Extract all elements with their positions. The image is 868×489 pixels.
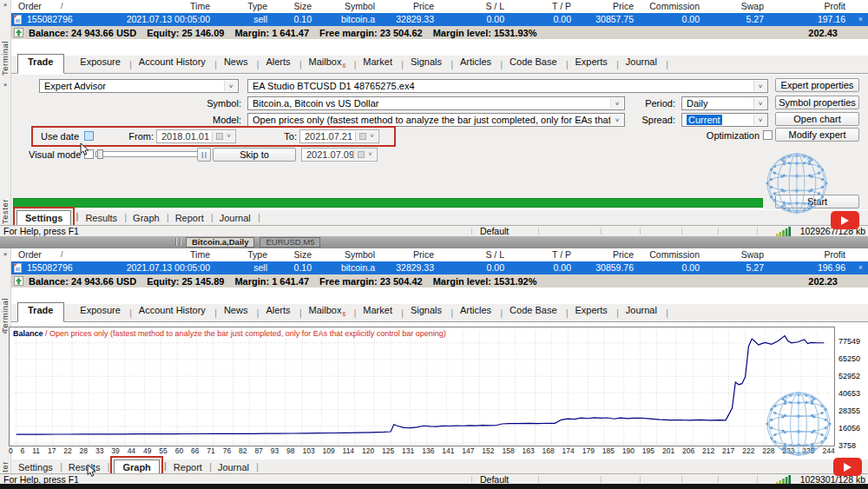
symbol-select[interactable]: Bitcoin.a, Bitcoin vs US Dollar˅ — [247, 96, 625, 110]
terminal-tab[interactable]: Market — [361, 55, 395, 73]
modify-expert-button[interactable]: Modify expert — [775, 128, 859, 142]
terminal-tab[interactable]: Articles — [458, 303, 494, 321]
terminal-tab[interactable]: Alerts — [264, 55, 293, 73]
tester-tab[interactable]: Journal — [216, 461, 251, 473]
optimization-checkbox[interactable] — [763, 130, 773, 140]
order-close-price: 30859.76 — [576, 261, 639, 274]
margin-level-value: Margin level: 1531.93% — [433, 28, 537, 38]
x-tick-label: 190 — [622, 446, 635, 455]
slider-handle[interactable] — [97, 149, 103, 159]
column-header[interactable]: Symbol — [317, 248, 380, 261]
expert-properties-button[interactable]: Expert properties — [775, 78, 859, 92]
column-header[interactable]: Size — [273, 0, 317, 13]
order-row[interactable]: 155082796 2021.07.13 00:05:00 sell 0.10 … — [11, 261, 868, 274]
column-header[interactable]: Price — [576, 0, 639, 13]
taskbar-edge — [0, 484, 868, 489]
column-header[interactable]: Price — [380, 248, 439, 261]
youtube-play-icon[interactable] — [833, 458, 862, 476]
column-header[interactable]: Type — [215, 0, 273, 13]
y-tick-label: 16056 — [838, 424, 860, 433]
y-axis-labels: 7754965250529524065328355160563758 — [838, 337, 860, 450]
column-header[interactable]: Size — [273, 248, 317, 261]
terminal-tab[interactable]: Exposure — [78, 55, 122, 73]
pause-button[interactable]: | | — [197, 148, 211, 162]
close-icon[interactable]: × — [1, 81, 10, 89]
youtube-play-icon[interactable] — [831, 211, 859, 229]
terminal-tab[interactable]: Experts — [574, 55, 610, 73]
connection-bars-icon — [776, 227, 792, 236]
column-header[interactable]: Symbol — [317, 0, 380, 13]
tester-tab[interactable]: Settings — [16, 210, 71, 226]
column-header[interactable]: T / P — [510, 248, 576, 261]
column-header[interactable]: Swap — [705, 0, 769, 13]
tester-tab[interactable]: Graph — [131, 212, 161, 224]
close-order-icon[interactable]: × — [851, 13, 868, 26]
column-header[interactable]: Commission — [639, 0, 705, 13]
order-row[interactable]: 155082796 2021.07.13 00:05:00 sell 0.10 … — [11, 13, 868, 26]
chart-tab[interactable]: Bitcoin.a,Daily — [186, 237, 254, 248]
column-header[interactable]: Type — [215, 248, 273, 261]
x-tick-label: 103 — [302, 446, 314, 455]
expert-name-select[interactable]: EA Studio BTCUSD D1 48765275.ex4˅ — [247, 79, 768, 93]
column-header[interactable]: Price — [380, 0, 439, 13]
column-header[interactable]: S / L — [439, 0, 510, 13]
column-header[interactable]: Time — [98, 0, 215, 13]
terminal-tab[interactable]: Code Base — [508, 55, 559, 73]
model-select[interactable]: Open prices only (fastest method to anal… — [247, 113, 625, 127]
profile-name[interactable]: Default — [480, 226, 509, 236]
tester-tab[interactable]: Results — [67, 461, 102, 473]
terminal-tab[interactable]: Exposure — [78, 303, 122, 321]
tester-tab[interactable]: Report — [174, 212, 206, 224]
tester-tab[interactable]: Graph — [114, 459, 159, 475]
terminal-tab[interactable]: Account History — [137, 55, 208, 73]
terminal-tab-bar: TradeExposureAccount HistoryNewsAlertsMa… — [11, 56, 868, 74]
column-header[interactable]: Price — [576, 248, 639, 261]
column-header[interactable]: Time — [98, 248, 215, 261]
graph-model-note: Open prices only (fastest method to anal… — [49, 329, 446, 338]
x-tick-label: 152 — [482, 446, 494, 455]
terminal-tab[interactable]: Mailbox6 — [307, 303, 348, 321]
column-header[interactable]: Commission — [639, 248, 705, 261]
terminal-tab[interactable]: Alerts — [264, 303, 293, 321]
order-close-price: 30857.75 — [576, 13, 639, 26]
terminal-tab[interactable]: Mailbox6 — [307, 55, 348, 73]
terminal-tab[interactable]: Signals — [409, 55, 444, 73]
terminal-tab[interactable]: News — [222, 55, 251, 73]
tester-tab[interactable]: Results — [83, 212, 119, 224]
terminal-tab[interactable]: News — [222, 303, 251, 321]
tester-tab[interactable]: Journal — [218, 212, 253, 224]
terminal-tab[interactable]: Articles — [458, 55, 494, 73]
terminal-tab[interactable]: Trade — [17, 302, 64, 322]
close-icon[interactable]: × — [1, 1, 10, 10]
terminal-tab[interactable]: Code Base — [508, 303, 559, 321]
close-icon[interactable]: × — [1, 250, 10, 259]
column-header[interactable]: Profit — [769, 0, 851, 13]
terminal-tab[interactable]: Journal — [624, 55, 660, 73]
open-chart-button[interactable]: Open chart — [775, 112, 859, 126]
chart-tab[interactable]: EURUSD,M5 — [260, 237, 320, 248]
tester-tab[interactable]: Settings — [16, 461, 55, 473]
tester-tab[interactable]: Report — [172, 461, 204, 473]
mailbox-badge: 6 — [342, 311, 345, 317]
column-header[interactable]: T / P — [510, 0, 576, 13]
terminal-tab[interactable]: Journal — [624, 303, 660, 321]
column-header[interactable]: S / L — [439, 248, 510, 261]
terminal-tab[interactable]: Experts — [574, 303, 610, 321]
expert-type-select[interactable]: Expert Advisor˅ — [39, 79, 239, 93]
period-select[interactable]: Daily˅ — [681, 96, 768, 110]
column-header[interactable]: Order — [11, 248, 98, 261]
skip-to-button[interactable]: Skip to — [213, 148, 296, 162]
spread-select[interactable]: Current˅ — [681, 113, 768, 127]
terminal-tab[interactable]: Market — [361, 303, 395, 321]
terminal-tab[interactable]: Account History — [137, 303, 208, 321]
column-header[interactable]: Profit — [769, 248, 851, 261]
terminal-tab[interactable]: Signals — [409, 303, 444, 321]
close-order-icon[interactable]: × — [851, 261, 868, 274]
column-header[interactable]: Swap — [705, 248, 769, 261]
terminal-tab[interactable]: Trade — [17, 54, 64, 74]
skip-date-field[interactable]: 2021.07.09 ˅ — [301, 148, 378, 162]
chevron-down-icon: ˅ — [753, 98, 766, 109]
symbol-properties-button[interactable]: Symbol properties — [775, 96, 859, 109]
column-header[interactable]: Order — [11, 0, 98, 13]
visual-speed-slider[interactable] — [95, 151, 198, 157]
